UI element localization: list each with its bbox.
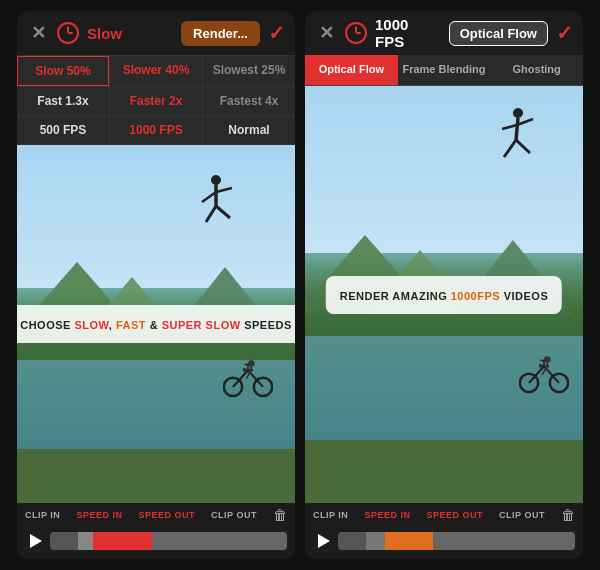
tab-frame-blending[interactable]: Frame Blending: [398, 55, 491, 85]
left-timeline[interactable]: [25, 527, 287, 555]
svg-point-14: [248, 360, 255, 367]
highlight-slow: SLOW: [74, 319, 108, 331]
timer-icon: [57, 22, 79, 44]
clip-in-label-right: CLIP IN: [313, 510, 348, 520]
left-close-button[interactable]: ✕: [27, 22, 49, 44]
ground: [17, 449, 295, 503]
right-panel: ✕ 1000 FPS Optical Flow ✓ Optical Flow F…: [305, 11, 583, 559]
delete-icon-left[interactable]: 🗑: [273, 507, 287, 523]
right-track-seg-3: [433, 532, 575, 550]
confirm-icon[interactable]: ✓: [268, 21, 285, 45]
speed-out-label-left: SPEED OUT: [138, 510, 195, 520]
overlay-text-left: CHOOSE SLOW, FAST & SUPER SLOW SPEEDS: [20, 319, 292, 331]
app-container: ✕ Slow Render... ✓ Slow 50% Slower 40% S…: [0, 0, 600, 570]
speed-out-label-right: SPEED OUT: [426, 510, 483, 520]
left-clip-labels: CLIP IN SPEED IN SPEED OUT CLIP OUT 🗑: [25, 507, 287, 523]
speed-options-grid: Slow 50% Slower 40% Slowest 25% Fast 1.3…: [17, 55, 295, 145]
active-tab-display: Optical Flow: [449, 21, 548, 46]
speed-option-slower40[interactable]: Slower 40%: [110, 56, 202, 86]
svg-line-5: [216, 206, 230, 218]
speed-option-1000fps[interactable]: 1000 FPS: [110, 116, 202, 144]
play-triangle-right: [318, 534, 330, 548]
render-button[interactable]: Render...: [181, 21, 260, 46]
right-clip-labels: CLIP IN SPEED IN SPEED OUT CLIP OUT 🗑: [313, 507, 575, 523]
highlight-1000fps: 1000FPS: [451, 290, 500, 302]
speed-option-faster2x[interactable]: Faster 2x: [110, 87, 202, 115]
right-video-bg: RENDER AMAZING 1000FPS VIDEOS: [305, 86, 583, 503]
track-seg-3: [152, 532, 287, 550]
right-bike-silhouette: [519, 355, 569, 399]
speed-option-slowest25[interactable]: Slowest 25%: [203, 56, 295, 86]
fps-mode-label: 1000 FPS: [375, 16, 441, 50]
delete-icon-right[interactable]: 🗑: [561, 507, 575, 523]
left-top-bar: ✕ Slow Render... ✓: [17, 11, 295, 55]
speed-mode-label: Slow: [87, 25, 173, 42]
right-close-button[interactable]: ✕: [315, 22, 337, 44]
svg-line-15: [249, 367, 251, 373]
svg-point-33: [544, 356, 551, 363]
speed-option-fast1x[interactable]: Fast 1.3x: [17, 87, 109, 115]
speed-option-normal[interactable]: Normal: [203, 116, 295, 144]
svg-line-4: [206, 206, 216, 222]
speed-option-slow50[interactable]: Slow 50%: [17, 56, 109, 86]
right-confirm-icon[interactable]: ✓: [556, 21, 573, 45]
speed-option-fastest4x[interactable]: Fastest 4x: [203, 87, 295, 115]
tab-ghosting[interactable]: Ghosting: [490, 55, 583, 85]
speed-in-label-right: SPEED IN: [364, 510, 410, 520]
right-track-seg-1: [338, 532, 366, 550]
svg-point-0: [210, 174, 223, 186]
left-bottom-controls: CLIP IN SPEED IN SPEED OUT CLIP OUT 🗑: [17, 503, 295, 559]
track-seg-2: [78, 532, 92, 550]
svg-line-20: [516, 118, 518, 140]
right-video-overlay: RENDER AMAZING 1000FPS VIDEOS: [326, 276, 562, 314]
left-video-bg: CHOOSE SLOW, FAST & SUPER SLOW SPEEDS: [17, 145, 295, 503]
right-play-button[interactable]: [313, 530, 335, 552]
bike-silhouette: [223, 359, 273, 403]
right-timeline-track[interactable]: [338, 532, 575, 550]
right-top-bar: ✕ 1000 FPS Optical Flow ✓: [305, 11, 583, 55]
right-video-preview: RENDER AMAZING 1000FPS VIDEOS: [305, 86, 583, 503]
right-timeline[interactable]: [313, 527, 575, 555]
clip-out-label-right: CLIP OUT: [499, 510, 545, 520]
svg-line-23: [504, 140, 516, 157]
svg-line-2: [202, 192, 216, 202]
right-track-seg-orange: [385, 532, 432, 550]
left-timeline-track[interactable]: [50, 532, 287, 550]
right-timer-icon: [345, 22, 367, 44]
right-tab-bar: Optical Flow Frame Blending Ghosting: [305, 55, 583, 86]
right-person-silhouette: [496, 107, 541, 171]
speed-in-label-left: SPEED IN: [76, 510, 122, 520]
clip-in-label-left: CLIP IN: [25, 510, 60, 520]
right-ground: [305, 440, 583, 503]
clip-out-label-left: CLIP OUT: [211, 510, 257, 520]
right-bottom-controls: CLIP IN SPEED IN SPEED OUT CLIP OUT 🗑: [305, 503, 583, 559]
overlay-text-right: RENDER AMAZING 1000FPS VIDEOS: [340, 290, 548, 302]
play-triangle-left: [30, 534, 42, 548]
svg-line-24: [516, 140, 530, 153]
right-track-seg-2: [366, 532, 385, 550]
svg-line-21: [502, 125, 517, 129]
highlight-superslow: SUPER SLOW: [162, 319, 241, 331]
speed-option-500fps[interactable]: 500 FPS: [17, 116, 109, 144]
left-panel: ✕ Slow Render... ✓ Slow 50% Slower 40% S…: [17, 11, 295, 559]
track-seg-red: [93, 532, 152, 550]
highlight-fast: FAST: [116, 319, 146, 331]
svg-line-3: [216, 188, 232, 192]
left-video-overlay: CHOOSE SLOW, FAST & SUPER SLOW SPEEDS: [17, 305, 295, 343]
tab-optical-flow[interactable]: Optical Flow: [305, 55, 398, 85]
person-silhouette: [194, 174, 239, 238]
left-video-preview: CHOOSE SLOW, FAST & SUPER SLOW SPEEDS: [17, 145, 295, 503]
svg-line-36: [542, 369, 545, 375]
svg-line-17: [246, 373, 249, 379]
track-seg-1: [50, 532, 78, 550]
svg-point-19: [512, 107, 524, 119]
svg-line-34: [546, 363, 548, 369]
left-play-button[interactable]: [25, 530, 47, 552]
